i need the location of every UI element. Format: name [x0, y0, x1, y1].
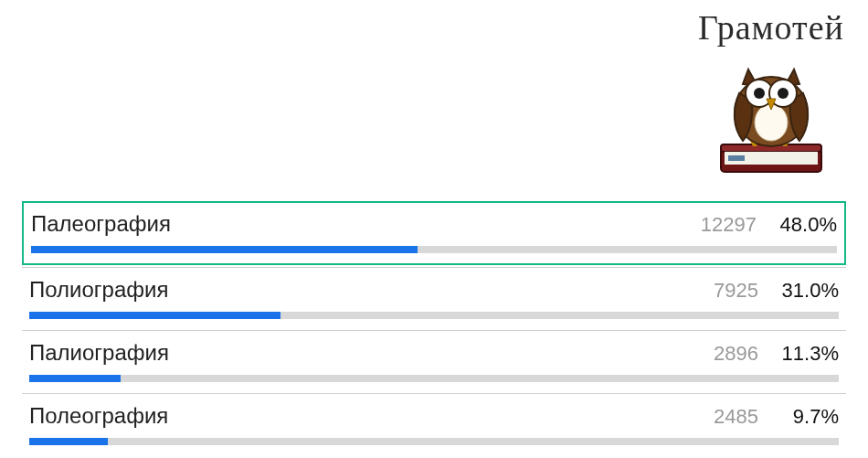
- option-count: 2896: [694, 342, 758, 366]
- poll-option[interactable]: Полиография792531.0%: [22, 267, 846, 330]
- progress-track: [29, 375, 839, 382]
- option-label: Полеография: [29, 403, 694, 429]
- option-count: 7925: [694, 279, 758, 303]
- svg-point-9: [778, 88, 789, 99]
- app-title: Грамотей: [680, 7, 863, 48]
- option-percent: 31.0%: [775, 279, 839, 303]
- poll-results: Палеография1229748.0%Полиография792531.0…: [22, 201, 846, 456]
- option-count: 2485: [694, 405, 758, 429]
- poll-option[interactable]: Палиография289611.3%: [22, 330, 846, 393]
- svg-rect-3: [728, 155, 745, 161]
- option-percent: 9.7%: [775, 405, 839, 429]
- option-label: Полиография: [29, 277, 694, 303]
- progress-fill: [29, 438, 108, 445]
- poll-option[interactable]: Палеография1229748.0%: [22, 201, 846, 265]
- option-percent: 11.3%: [775, 342, 839, 366]
- option-percent: 48.0%: [773, 213, 837, 237]
- option-count: 12297: [693, 213, 757, 237]
- option-label: Палиография: [29, 340, 694, 366]
- progress-track: [31, 246, 837, 253]
- svg-point-8: [754, 88, 765, 99]
- progress-fill: [31, 246, 418, 253]
- progress-fill: [29, 375, 121, 382]
- progress-fill: [29, 312, 281, 319]
- option-label: Палеография: [31, 211, 693, 237]
- progress-track: [29, 438, 839, 445]
- app-logo: Грамотей: [680, 7, 863, 176]
- poll-option[interactable]: Полеография24859.7%: [22, 393, 846, 456]
- progress-track: [29, 312, 839, 319]
- owl-on-book-icon: [712, 48, 831, 176]
